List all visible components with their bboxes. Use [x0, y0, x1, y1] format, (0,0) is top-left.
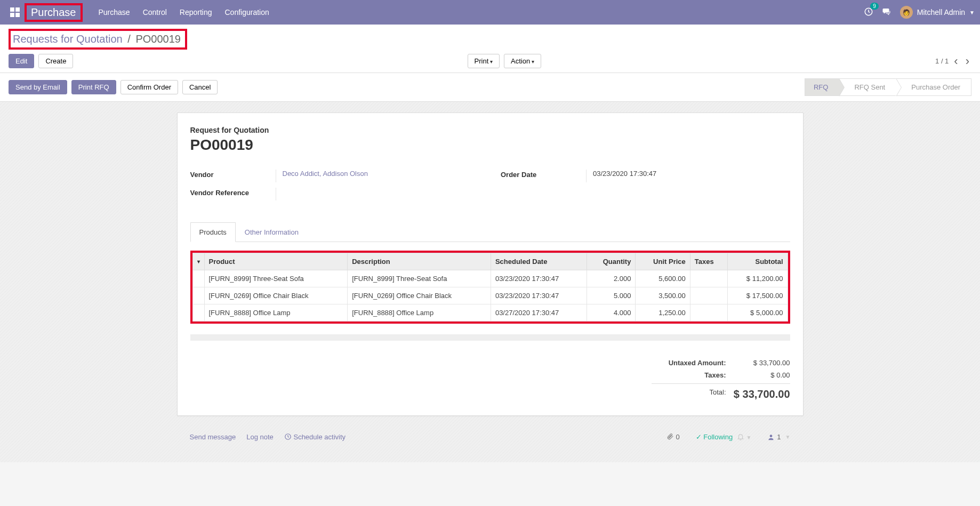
discuss-icon[interactable]	[882, 7, 891, 18]
cell-product: [FURN_0269] Office Chair Black	[204, 287, 348, 304]
user-menu[interactable]: 🧑 Mitchell Admin ▼	[900, 6, 975, 19]
apps-icon[interactable]	[5, 7, 25, 17]
pager-text: 1 / 1	[935, 57, 949, 65]
confirm-order-button[interactable]: Confirm Order	[121, 80, 178, 94]
content-area: Request for Quotation PO00019 Vendor Dec…	[0, 102, 980, 462]
cell-taxes	[690, 304, 727, 322]
total-value: $ 33,700.00	[726, 388, 790, 400]
svg-rect-3	[15, 13, 20, 17]
brand[interactable]: Purchase	[31, 6, 76, 18]
cell-unit-price: 3,500.00	[636, 287, 690, 304]
vendor-value[interactable]: Deco Addict, Addison Olson	[283, 170, 480, 178]
col-subtotal: Subtotal	[727, 253, 788, 270]
cell-unit-price: 5,600.00	[636, 270, 690, 287]
cell-subtotal: $ 5,000.00	[727, 304, 788, 322]
table-row[interactable]: [FURN_8888] Office Lamp [FURN_8888] Offi…	[192, 304, 788, 322]
nav-menu-purchase[interactable]: Purchase	[99, 8, 130, 17]
chatter: Send message Log note Schedule activity …	[177, 427, 804, 462]
breadcrumb-parent[interactable]: Requests for Quotation	[13, 33, 123, 45]
totals: Untaxed Amount: $ 33,700.00 Taxes: $ 0.0…	[190, 357, 790, 403]
breadcrumb-highlight: Requests for Quotation / PO00019	[9, 29, 187, 50]
followers-count[interactable]: 1 ▼	[767, 433, 790, 441]
breadcrumb-separator: /	[127, 33, 131, 45]
svg-rect-2	[10, 13, 14, 17]
cell-scheduled-date: 03/23/2020 17:30:47	[491, 287, 587, 304]
col-scheduled-date: Scheduled Date	[491, 253, 587, 270]
log-note-link[interactable]: Log note	[246, 433, 274, 441]
activity-icon[interactable]: 9	[864, 7, 873, 18]
send-by-email-button[interactable]: Send by Email	[9, 80, 67, 94]
svg-point-6	[770, 435, 773, 437]
nav-menu-reporting[interactable]: Reporting	[180, 8, 212, 17]
cell-product: [FURN_8888] Office Lamp	[204, 304, 348, 322]
order-lines-table: ▾ Product Description Scheduled Date Qua…	[192, 253, 788, 322]
order-lines-highlight: ▾ Product Description Scheduled Date Qua…	[190, 251, 790, 324]
person-icon	[767, 433, 775, 441]
tab-products[interactable]: Products	[190, 222, 236, 242]
cell-taxes	[690, 287, 727, 304]
col-product: Product	[204, 253, 348, 270]
col-taxes: Taxes	[690, 253, 727, 270]
create-button[interactable]: Create	[38, 54, 73, 68]
breadcrumb: Requests for Quotation / PO00019	[13, 33, 181, 45]
cell-description: [FURN_0269] Office Chair Black	[348, 287, 491, 304]
nav-right: 9 🧑 Mitchell Admin ▼	[864, 6, 975, 19]
total-label: Total:	[652, 388, 726, 400]
order-date-label: Order Date	[501, 170, 586, 179]
tabs: Products Other Information	[190, 222, 790, 242]
form-sheet: Request for Quotation PO00019 Vendor Dec…	[177, 113, 804, 416]
cell-quantity: 5.000	[587, 287, 636, 304]
untaxed-value: $ 33,700.00	[726, 359, 790, 367]
print-dropdown[interactable]: Print	[468, 54, 500, 68]
action-dropdown[interactable]: Action	[504, 54, 541, 68]
avatar: 🧑	[900, 6, 913, 19]
form-subtitle: Request for Quotation	[190, 126, 790, 134]
top-nav: Purchase Purchase Control Reporting Conf…	[0, 0, 980, 25]
cell-scheduled-date: 03/23/2020 17:30:47	[491, 270, 587, 287]
order-date-value: 03/23/2020 17:30:47	[593, 170, 790, 178]
cell-description: [FURN_8888] Office Lamp	[348, 304, 491, 322]
svg-rect-1	[15, 7, 20, 12]
chevron-down-icon: ▼	[746, 435, 751, 440]
row-handle	[192, 304, 204, 322]
tab-other-information[interactable]: Other Information	[236, 222, 308, 242]
chevron-down-icon: ▼	[785, 434, 791, 440]
send-message-link[interactable]: Send message	[190, 433, 236, 441]
nav-menu-configuration[interactable]: Configuration	[225, 8, 269, 17]
nav-menu-control[interactable]: Control	[143, 8, 167, 17]
print-rfq-button[interactable]: Print RFQ	[71, 80, 116, 94]
col-expand-icon[interactable]: ▾	[192, 253, 204, 270]
cell-unit-price: 1,250.00	[636, 304, 690, 322]
schedule-activity-link[interactable]: Schedule activity	[284, 433, 346, 441]
row-handle	[192, 270, 204, 287]
cancel-button[interactable]: Cancel	[182, 80, 218, 94]
table-row[interactable]: [FURN_8999] Three-Seat Sofa [FURN_8999] …	[192, 270, 788, 287]
chevron-down-icon: ▼	[969, 10, 975, 15]
untaxed-label: Untaxed Amount:	[652, 359, 726, 367]
activity-count: 9	[870, 3, 879, 10]
statusbar-rfq[interactable]: RFQ	[805, 78, 839, 96]
taxes-label: Taxes:	[652, 371, 726, 379]
breadcrumb-current: PO00019	[135, 33, 181, 45]
col-description: Description	[348, 253, 491, 270]
form-title: PO00019	[190, 136, 790, 154]
col-unit-price: Unit Price	[636, 253, 690, 270]
pager-next-button[interactable]: ›	[963, 55, 971, 67]
edit-button[interactable]: Edit	[9, 54, 34, 68]
cell-taxes	[690, 270, 727, 287]
pager-prev-button[interactable]: ‹	[952, 55, 960, 67]
cell-quantity: 2.000	[587, 270, 636, 287]
statusbar-rfq-sent[interactable]: RFQ Sent	[839, 78, 896, 96]
cell-subtotal: $ 11,200.00	[727, 270, 788, 287]
statusbar: RFQ RFQ Sent Purchase Order	[805, 78, 971, 96]
svg-rect-0	[10, 7, 14, 12]
table-row[interactable]: [FURN_0269] Office Chair Black [FURN_026…	[192, 287, 788, 304]
following-button[interactable]: ✓ Following ▼	[696, 433, 752, 441]
brand-highlight: Purchase	[25, 3, 83, 22]
statusbar-purchase-order[interactable]: Purchase Order	[896, 78, 971, 96]
attachments-count[interactable]: 0	[666, 433, 680, 441]
cell-description: [FURN_8999] Three-Seat Sofa	[348, 270, 491, 287]
scrollbar-handle[interactable]	[190, 334, 790, 341]
nav-menu: Purchase Control Reporting Configuration	[99, 8, 864, 17]
col-quantity: Quantity	[587, 253, 636, 270]
